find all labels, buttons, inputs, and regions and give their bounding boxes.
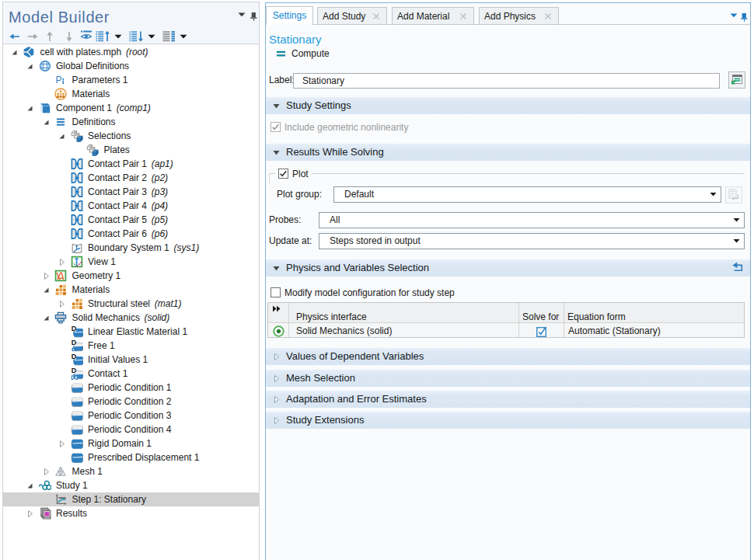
svg-text:D: D — [71, 339, 76, 346]
svg-text:P: P — [56, 75, 62, 85]
svg-text:D: D — [71, 353, 76, 360]
svg-text:D: D — [71, 367, 76, 374]
svg-text:D: D — [71, 325, 76, 332]
